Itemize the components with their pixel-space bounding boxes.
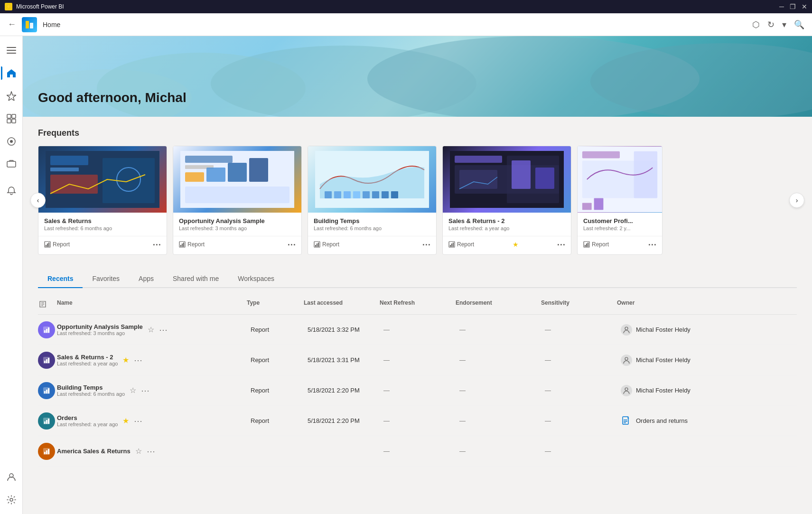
item-name[interactable]: Orders: [57, 414, 118, 421]
row-name-cell: Sales & Returns - 2 Last refreshed: a ye…: [57, 350, 247, 370]
row-more-button[interactable]: ⋯: [159, 325, 168, 335]
table-row: Opportunity Analysis Sample Last refresh…: [38, 315, 797, 345]
svg-rect-35: [183, 243, 184, 247]
item-name[interactable]: America Sales & Returns: [57, 448, 131, 455]
table-row: Orders Last refreshed: a year ago ★ ⋯ Re…: [38, 406, 797, 436]
svg-point-13: [10, 498, 13, 501]
row-more-button[interactable]: ⋯: [134, 355, 142, 365]
item-icon: [38, 443, 55, 460]
refresh-dropdown[interactable]: ▾: [782, 19, 786, 30]
svg-rect-91: [624, 421, 627, 422]
svg-rect-25: [185, 156, 233, 163]
row-more-button[interactable]: ⋯: [141, 385, 149, 396]
svg-rect-57: [450, 245, 451, 247]
tab-favorites[interactable]: Favorites: [83, 270, 129, 288]
row-endorsement: —: [456, 326, 541, 333]
sidebar-notifications[interactable]: [1, 180, 22, 201]
card-footer: Report ⋯: [308, 236, 436, 254]
sidebar-workspaces[interactable]: [1, 154, 22, 175]
svg-rect-77: [46, 359, 47, 363]
frequent-card[interactable]: Sales & Returns Last refreshed: 6 months…: [38, 146, 167, 255]
row-name-cell: Orders Last refreshed: a year ago ★ ⋯: [57, 411, 247, 431]
row-last-accessed: 5/18/2021 2:20 PM: [304, 387, 380, 394]
svg-rect-73: [48, 327, 49, 333]
row-more-button[interactable]: ⋯: [134, 416, 142, 426]
card-type: Report: [314, 241, 339, 248]
page-title: Home: [43, 21, 747, 28]
frequent-card[interactable]: Opportunity Analysis Sample Last refresh…: [173, 146, 302, 255]
card-body: Sales & Returns Last refreshed: 6 months…: [38, 213, 167, 236]
frequent-card[interactable]: Sales & Returns - 2 Last refreshed: a ye…: [442, 146, 571, 255]
svg-rect-22: [47, 243, 48, 247]
close-button[interactable]: ✕: [802, 3, 807, 10]
sidebar-metrics[interactable]: [1, 131, 22, 152]
card-more-button[interactable]: ⋯: [422, 239, 430, 250]
tab-workspaces[interactable]: Workspaces: [228, 270, 284, 288]
refresh-button[interactable]: ↻: [767, 19, 775, 30]
owner-avatar: [621, 324, 632, 336]
owner-avatar: [621, 385, 632, 396]
svg-rect-3: [7, 50, 16, 51]
item-name[interactable]: Opportunity Analysis Sample: [57, 323, 143, 330]
row-last-accessed: 5/18/2021 3:32 PM: [304, 326, 380, 333]
card-title: Opportunity Analysis Sample: [179, 217, 296, 224]
edit-button[interactable]: ⬡: [752, 19, 760, 30]
restore-button[interactable]: ❐: [790, 3, 796, 10]
card-subtitle: Last refreshed: 6 months ago: [314, 225, 430, 231]
tab-apps[interactable]: Apps: [129, 270, 163, 288]
minimize-button[interactable]: ─: [779, 3, 784, 10]
frequent-card[interactable]: Building Temps Last refreshed: 6 months …: [308, 146, 437, 255]
card-type: Report: [583, 241, 609, 248]
card-more-button[interactable]: ⋯: [648, 239, 656, 250]
row-endorsement: —: [456, 448, 541, 455]
frequents-section: Frequents ‹: [38, 128, 797, 255]
carousel-left-arrow[interactable]: ‹: [30, 193, 46, 208]
sidebar-user[interactable]: [1, 467, 22, 487]
item-name[interactable]: Sales & Returns - 2: [57, 354, 118, 361]
col-header-next-refresh: Next Refresh: [380, 299, 456, 310]
svg-point-10: [10, 140, 13, 143]
svg-rect-53: [512, 160, 531, 189]
card-thumbnail: [443, 146, 571, 213]
svg-rect-81: [44, 391, 46, 393]
favorite-star-button[interactable]: ☆: [135, 447, 142, 456]
card-title: Customer Profi...: [583, 217, 656, 224]
tab-recents[interactable]: Recents: [38, 270, 83, 288]
item-icon: [38, 412, 55, 430]
titlebar: ⚡ Microsoft Power BI ─ ❐ ✕: [0, 0, 812, 13]
owner-name: Michal Foster Heldy: [636, 356, 691, 364]
svg-rect-87: [46, 420, 47, 424]
card-more-button[interactable]: ⋯: [152, 239, 161, 250]
svg-rect-1: [30, 23, 33, 28]
row-next-refresh: —: [380, 417, 456, 424]
item-name[interactable]: Building Temps: [57, 384, 125, 391]
favorite-star-button[interactable]: ★: [122, 416, 129, 425]
item-icon: [38, 321, 55, 338]
back-button[interactable]: ←: [8, 19, 16, 29]
sidebar-settings[interactable]: [1, 489, 22, 510]
row-name-cell: America Sales & Returns ☆ ⋯: [57, 442, 247, 460]
row-icon-cell: [38, 321, 57, 338]
card-more-button[interactable]: ⋯: [557, 239, 565, 250]
favorite-star-button[interactable]: ☆: [130, 386, 136, 395]
row-more-button[interactable]: ⋯: [147, 446, 155, 457]
col-header-owner: Owner: [617, 299, 797, 310]
row-next-refresh: —: [380, 326, 456, 333]
sidebar-favorites[interactable]: [1, 85, 22, 106]
sidebar-home[interactable]: [1, 63, 22, 84]
row-icon-cell: [38, 412, 57, 430]
carousel-right-arrow[interactable]: ›: [789, 193, 804, 208]
row-name-cell: Opportunity Analysis Sample Last refresh…: [57, 319, 247, 340]
search-button[interactable]: 🔍: [794, 19, 804, 30]
svg-rect-5: [7, 114, 11, 118]
frequent-card[interactable]: Customer Profi... Last refreshed: 2 y...…: [577, 146, 663, 255]
tab-shared-with-me[interactable]: Shared with me: [163, 270, 228, 288]
row-owner: Orders and returns: [617, 415, 797, 427]
card-more-button[interactable]: ⋯: [287, 239, 296, 250]
sidebar-menu[interactable]: [1, 40, 22, 61]
card-type-label: Report: [592, 241, 609, 248]
favorite-star-button[interactable]: ☆: [148, 325, 154, 334]
favorite-star-button[interactable]: ★: [122, 355, 129, 364]
card-type: Report: [448, 241, 474, 248]
sidebar-apps[interactable]: [1, 108, 22, 129]
